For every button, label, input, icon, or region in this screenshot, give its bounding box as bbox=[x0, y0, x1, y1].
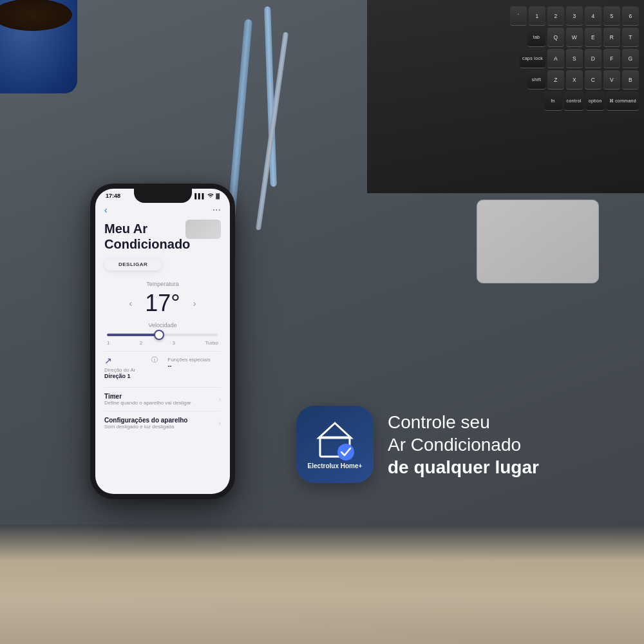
speed-section: Velocidade 1 2 3 Turbo bbox=[104, 322, 221, 346]
keyboard-row-numbers: ` 1 2 3 4 5 6 bbox=[372, 6, 639, 26]
key-z[interactable]: Z bbox=[547, 70, 564, 90]
temperature-section: Temperatura ‹ 17° › bbox=[104, 281, 221, 317]
phone-nav: ‹ ··· bbox=[104, 204, 221, 216]
timer-menu-item[interactable]: Timer Define quando o aparelho vai desli… bbox=[104, 387, 221, 411]
special-functions-value: -- bbox=[168, 363, 222, 369]
temp-label: Temperatura bbox=[104, 281, 221, 287]
power-button-area: DESLIGAR bbox=[104, 256, 221, 277]
key-t[interactable]: T bbox=[622, 28, 639, 47]
special-functions-label: Funções especiais bbox=[168, 357, 222, 363]
settings-label: Configurações do aparelho bbox=[104, 417, 187, 424]
timer-label: Timer bbox=[104, 393, 191, 400]
tagline-line2: Ar Condicionado bbox=[388, 433, 539, 456]
key-fn[interactable]: fn bbox=[544, 91, 562, 111]
desk-bottom bbox=[0, 525, 644, 644]
key-q[interactable]: Q bbox=[547, 28, 564, 47]
keyboard-row-tab: tab Q W E R T bbox=[372, 28, 639, 47]
speed-ticks: 1 2 3 Turbo bbox=[104, 340, 221, 346]
phone-time: 17:48 bbox=[106, 193, 120, 199]
app-icon-name: Electrolux Home+ bbox=[308, 462, 363, 469]
key-shift[interactable]: shift bbox=[527, 70, 545, 90]
power-button[interactable]: DESLIGAR bbox=[104, 258, 162, 270]
mug-body bbox=[0, 0, 77, 93]
key-g[interactable]: G bbox=[622, 49, 639, 68]
key-3[interactable]: 3 bbox=[566, 6, 583, 26]
key-option[interactable]: option bbox=[586, 91, 605, 111]
speed-thumb[interactable] bbox=[154, 330, 164, 340]
settings-text: Configurações do aparelho Som desligado … bbox=[104, 417, 187, 430]
direction-label: Direção do Ar bbox=[104, 367, 158, 373]
special-functions-col: Funções especiais -- bbox=[168, 355, 222, 379]
keyboard-row-bottom: fn control option ⌘ command bbox=[372, 91, 639, 111]
battery-icon: ▓ bbox=[216, 193, 220, 199]
key-r[interactable]: R bbox=[603, 28, 620, 47]
app-icon[interactable]: Electrolux Home+ bbox=[296, 406, 374, 483]
key-backtick[interactable]: ` bbox=[510, 6, 527, 26]
app-branding: Electrolux Home+ Controle seu Ar Condici… bbox=[296, 406, 539, 483]
phone-notch bbox=[134, 189, 192, 203]
speed-tick-turbo: Turbo bbox=[205, 340, 218, 346]
key-4[interactable]: 4 bbox=[585, 6, 601, 26]
key-e[interactable]: E bbox=[585, 28, 601, 47]
more-button[interactable]: ··· bbox=[213, 204, 221, 216]
svg-point-2 bbox=[337, 444, 354, 460]
timer-chevron: › bbox=[219, 396, 221, 403]
key-capslock[interactable]: caps lock bbox=[520, 49, 545, 68]
tagline-line3: de qualquer lugar bbox=[388, 456, 539, 478]
phone-content: ‹ ··· Meu Ar Condicionado DESLIGAR Tempe… bbox=[95, 200, 230, 439]
svg-marker-0 bbox=[319, 423, 351, 438]
coffee-mug bbox=[0, 0, 97, 109]
temp-value: 17° bbox=[145, 290, 180, 317]
key-6[interactable]: 6 bbox=[622, 6, 639, 26]
key-5[interactable]: 5 bbox=[603, 6, 620, 26]
speed-fill bbox=[107, 334, 157, 336]
app-icon-graphic bbox=[312, 420, 357, 459]
settings-sublabel: Som desligado e luz desligada bbox=[104, 424, 187, 430]
timer-sublabel: Define quando o aparelho vai desligar bbox=[104, 400, 191, 406]
key-d[interactable]: D bbox=[585, 49, 601, 68]
key-s[interactable]: S bbox=[566, 49, 583, 68]
key-command[interactable]: ⌘ command bbox=[607, 91, 639, 111]
speed-track[interactable] bbox=[107, 334, 218, 336]
tagline-line1: Controle seu bbox=[388, 411, 539, 433]
speed-tick-2: 2 bbox=[140, 340, 142, 346]
main-scene: ` 1 2 3 4 5 6 tab Q W E R T caps lock A bbox=[0, 0, 644, 644]
key-b[interactable]: B bbox=[622, 70, 639, 90]
laptop-keyboard: ` 1 2 3 4 5 6 tab Q W E R T caps lock A bbox=[367, 0, 644, 193]
temp-controls: ‹ 17° › bbox=[104, 290, 221, 317]
app-tagline: Controle seu Ar Condicionado de qualquer… bbox=[388, 411, 539, 478]
speed-label: Velocidade bbox=[104, 322, 221, 328]
key-x[interactable]: X bbox=[566, 70, 583, 90]
ac-device-image bbox=[185, 220, 221, 239]
speed-tick-1: 1 bbox=[107, 340, 109, 346]
key-2[interactable]: 2 bbox=[547, 6, 564, 26]
air-direction-col: ↗ ⓘ Direção do Ar Direção 1 bbox=[104, 355, 158, 379]
key-a[interactable]: A bbox=[547, 49, 564, 68]
keyboard-row-caps: caps lock A S D F G bbox=[372, 49, 639, 68]
direction-icon: ↗ bbox=[104, 355, 112, 366]
key-c[interactable]: C bbox=[585, 70, 601, 90]
title-text: Meu Ar Condicionado bbox=[104, 222, 190, 251]
temp-increase-button[interactable]: › bbox=[193, 298, 196, 308]
info-icon[interactable]: ⓘ bbox=[151, 355, 158, 366]
direction-section: ↗ ⓘ Direção do Ar Direção 1 Funções espe… bbox=[104, 351, 221, 383]
phone: 17:48 ▌▌▌ ▓ ‹ ··· bbox=[90, 184, 235, 499]
back-button[interactable]: ‹ bbox=[104, 205, 108, 215]
key-1[interactable]: 1 bbox=[529, 6, 545, 26]
settings-menu-item[interactable]: Configurações do aparelho Som desligado … bbox=[104, 411, 221, 435]
trackpad[interactable] bbox=[477, 200, 599, 283]
key-v[interactable]: V bbox=[603, 70, 620, 90]
keyboard-row-shift: shift Z X C V B bbox=[372, 70, 639, 90]
status-icons: ▌▌▌ ▓ bbox=[194, 193, 220, 199]
key-w[interactable]: W bbox=[566, 28, 583, 47]
phone-screen: 17:48 ▌▌▌ ▓ ‹ ··· bbox=[95, 189, 230, 494]
signal-icon: ▌▌▌ bbox=[194, 193, 205, 199]
temp-decrease-button[interactable]: ‹ bbox=[129, 298, 133, 308]
key-tab[interactable]: tab bbox=[527, 28, 545, 47]
key-control[interactable]: control bbox=[564, 91, 584, 111]
speed-tick-3: 3 bbox=[173, 340, 175, 346]
mug-coffee bbox=[0, 0, 72, 31]
direction-value: Direção 1 bbox=[104, 373, 158, 379]
key-f[interactable]: F bbox=[603, 49, 620, 68]
wifi-icon bbox=[207, 193, 214, 199]
